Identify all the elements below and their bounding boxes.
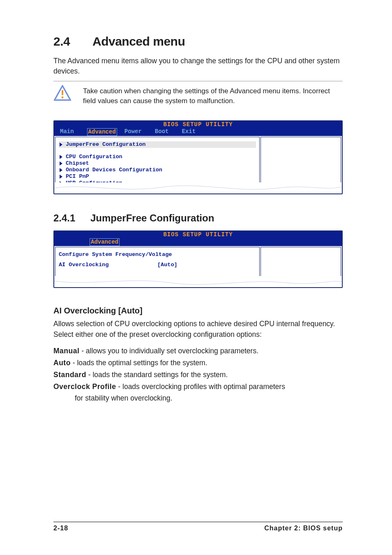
section-heading: 2.4Advanced menu	[53, 35, 343, 48]
option-text: - loads overclocking profiles with optim…	[116, 382, 285, 391]
bios-setting-value: [Auto]	[157, 262, 178, 268]
option-text: - loads the optimal settings for the sys…	[71, 359, 208, 367]
caution-block: Take caution when changing the settings …	[53, 85, 343, 106]
section-number: 2.4	[53, 35, 92, 48]
bios-menu-label: Chipset	[66, 160, 89, 167]
subsection-heading: 2.4.1JumperFree Configuration	[53, 212, 343, 224]
divider	[53, 81, 343, 81]
page-footer: 2-18 Chapter 2: BIOS setup	[0, 522, 392, 532]
page-number: 2-18	[53, 525, 68, 532]
torn-edge	[53, 276, 343, 288]
subsection-title: JumperFree Configuration	[90, 212, 214, 223]
option-item: Standard - loads the standard settings f…	[53, 369, 343, 380]
bios-header: BIOS SETUP UTILITY Advanced	[54, 231, 342, 246]
svg-rect-0	[62, 90, 63, 95]
caution-icon	[53, 85, 71, 101]
option-text: - allows you to individually set overclo…	[79, 347, 258, 355]
svg-point-1	[62, 96, 64, 98]
bios-title: BIOS SETUP UTILITY	[54, 121, 342, 128]
option-item: Overclock Profile - loads overclocking p…	[53, 381, 343, 403]
bios-pane-headline: Configure System Frequency/Voltage	[59, 251, 256, 258]
bios-title: BIOS SETUP UTILITY	[54, 231, 342, 238]
bios-setting-row[interactable]: AI Overclocking [Auto]	[59, 262, 256, 268]
bios-tabs: Advanced	[54, 238, 342, 246]
option-description: Allows selection of CPU overclocking opt…	[53, 319, 343, 340]
chapter-label: Chapter 2: BIOS setup	[264, 525, 343, 532]
option-list: Manual - allows you to individually set …	[53, 345, 343, 404]
bios-menu-item[interactable]: Chipset	[59, 160, 256, 167]
bios-menu-label: JumperFree Configuration	[66, 141, 145, 148]
bios-menu-item[interactable]: PCI PnP	[59, 173, 256, 180]
section-title: Advanced menu	[92, 35, 185, 48]
option-name: Standard	[53, 371, 86, 379]
footer-divider	[53, 522, 343, 522]
bios-menu-item[interactable]: CPU Configuration	[59, 154, 256, 160]
bios-tab-main[interactable]: Main	[60, 128, 81, 136]
option-name: Overclock Profile	[53, 382, 116, 391]
chevron-right-icon	[60, 175, 62, 179]
bios-tab-boot[interactable]: Boot	[155, 128, 176, 136]
subsection-number: 2.4.1	[53, 212, 90, 224]
intro-paragraph: The Advanced menu items allow you to cha…	[53, 56, 343, 77]
bios-tab-advanced[interactable]: Advanced	[90, 238, 120, 246]
bios-menu-item[interactable]: JumperFree Configuration	[59, 141, 256, 148]
option-item: Manual - allows you to individually set …	[53, 345, 343, 357]
bios-tab-exit[interactable]: Exit	[182, 128, 203, 136]
chevron-right-icon	[60, 143, 62, 147]
bios-panel-advanced: BIOS SETUP UTILITY Main Advanced Power B…	[53, 120, 343, 194]
chevron-right-icon	[60, 161, 62, 166]
bios-menu-label: CPU Configuration	[66, 154, 122, 160]
bios-tabs: Main Advanced Power Boot Exit	[54, 128, 342, 136]
bios-menu-item[interactable]: Onboard Devices Configuration	[59, 167, 256, 173]
option-name: Auto	[53, 359, 71, 367]
caution-text: Take caution when changing the settings …	[83, 85, 343, 106]
option-text-cont: for stability when overclocking.	[53, 393, 343, 404]
bios-tab-power[interactable]: Power	[125, 128, 149, 136]
bios-panel-jumperfree: BIOS SETUP UTILITY Advanced Configure Sy…	[53, 230, 343, 288]
option-item: Auto - loads the optimal settings for th…	[53, 357, 343, 368]
torn-edge	[53, 182, 343, 194]
option-name: Manual	[53, 347, 79, 355]
chevron-right-icon	[60, 168, 62, 172]
bios-menu-label: PCI PnP	[66, 173, 89, 180]
chevron-right-icon	[60, 155, 62, 159]
bios-menu-label: Onboard Devices Configuration	[66, 167, 162, 173]
bios-tab-advanced[interactable]: Advanced	[87, 128, 117, 136]
bios-setting-label: AI Overclocking	[59, 262, 157, 268]
option-heading: AI Overclocking [Auto]	[53, 306, 343, 315]
option-text: - loads the standard settings for the sy…	[86, 371, 228, 379]
bios-header: BIOS SETUP UTILITY Main Advanced Power B…	[54, 121, 342, 136]
